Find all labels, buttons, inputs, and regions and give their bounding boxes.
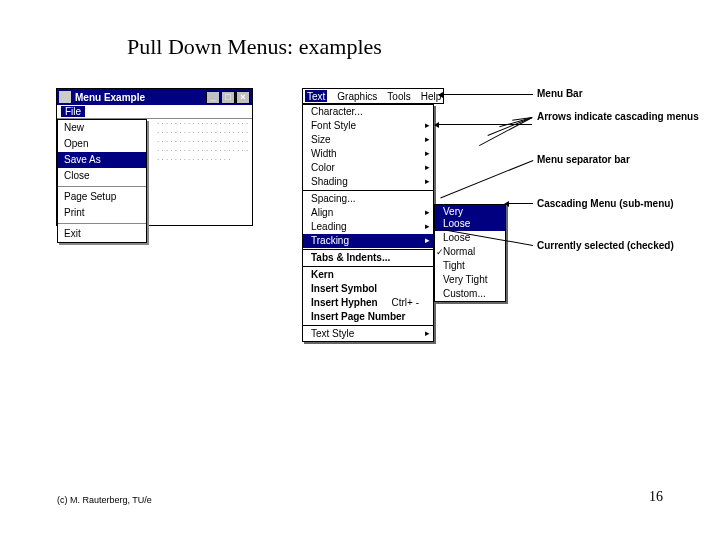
keyboard-shortcut: Ctrl+ - [392, 297, 420, 309]
submenu-item[interactable]: Custom... [435, 287, 505, 301]
app-icon [59, 91, 71, 103]
menu-separator [58, 223, 146, 224]
menu-item[interactable]: Character... [303, 105, 433, 119]
titlebar[interactable]: Menu Example _ □ × [57, 89, 252, 105]
slide-title: Pull Down Menus: examples [127, 34, 382, 60]
app-menubar[interactable]: Text Graphics Tools Help [302, 88, 444, 104]
annotation-cascading-arrows: Arrows indicate cascading menus [537, 111, 699, 122]
menu-item-tracking[interactable]: Tracking [303, 234, 433, 248]
file-menu-item[interactable]: New [58, 120, 146, 136]
annotation-separator: Menu separator bar [537, 154, 630, 165]
page-number: 16 [649, 489, 663, 505]
dotted-background: · · · · · · · · · · · · · · · · · · · · … [157, 119, 252, 225]
menu-item-label: Tabs & Indents... [311, 252, 390, 263]
menu-item[interactable]: Color [303, 161, 433, 175]
submenu-item[interactable]: Very Tight [435, 273, 505, 287]
example-window: Menu Example _ □ × File New Open Save As… [56, 88, 253, 226]
menu-item[interactable]: Align [303, 206, 433, 220]
file-menu-item[interactable]: Print [58, 205, 146, 221]
menu-item-label: Insert Hyphen [311, 297, 378, 308]
menu-separator [303, 266, 433, 267]
submenu-item[interactable]: Tight [435, 259, 505, 273]
file-menu-item[interactable]: Page Setup [58, 189, 146, 205]
annotation-arrow [443, 94, 533, 95]
menu-item-label: Kern [311, 269, 334, 280]
minimize-button[interactable]: _ [206, 91, 220, 104]
annotation-arrow [479, 117, 532, 146]
menu-item[interactable]: Spacing... [303, 192, 433, 206]
file-menu-item[interactable]: Exit [58, 226, 146, 242]
menu-item[interactable]: Width [303, 147, 433, 161]
menu-item-label: Insert Page Number [311, 311, 405, 322]
maximize-button[interactable]: □ [221, 91, 235, 104]
text-menu: Character... Font Style Size Width Color… [302, 104, 434, 342]
submenu-item-selected[interactable]: Very Loose [435, 205, 505, 231]
menu-item[interactable]: Tabs & Indents... [303, 251, 433, 265]
menubar-item-graphics[interactable]: Graphics [337, 90, 377, 102]
annotation-arrow [440, 160, 533, 198]
menu-item[interactable]: Insert Page Number [303, 310, 433, 324]
menubar-item-tools[interactable]: Tools [387, 90, 410, 102]
window-title: Menu Example [75, 92, 206, 103]
footer-copyright: (c) M. Rauterberg, TU/e [57, 495, 152, 505]
menu-item[interactable]: Size [303, 133, 433, 147]
annotation-submenu: Cascading Menu (sub-menu) [537, 198, 674, 209]
annotation-menu-bar: Menu Bar [537, 88, 583, 99]
file-menu: New Open Save As Close Page Setup Print … [57, 119, 147, 243]
menu-separator [303, 190, 433, 191]
menu-separator [303, 249, 433, 250]
menubar-item-text[interactable]: Text [305, 90, 327, 102]
menu-separator [303, 325, 433, 326]
menu-item[interactable]: Insert Symbol [303, 282, 433, 296]
annotation-arrow [509, 203, 533, 204]
tracking-submenu: Very Loose Loose Normal Tight Very Tight… [434, 204, 506, 302]
menu-item[interactable]: Insert HyphenCtrl+ - [303, 296, 433, 310]
menu-item[interactable]: Kern [303, 268, 433, 282]
window-menubar[interactable]: File [57, 105, 252, 119]
file-menu-item[interactable]: Open [58, 136, 146, 152]
menu-item-label: Insert Symbol [311, 283, 377, 294]
menu-item[interactable]: Font Style [303, 119, 433, 133]
menu-item[interactable]: Leading [303, 220, 433, 234]
annotation-checked: Currently selected (checked) [537, 240, 674, 251]
close-button[interactable]: × [236, 91, 250, 104]
menu-item[interactable]: Text Style [303, 327, 433, 341]
file-menu-item[interactable]: Close [58, 168, 146, 184]
menu-separator [58, 186, 146, 187]
file-menu-item-selected[interactable]: Save As [58, 152, 146, 168]
file-menu-label[interactable]: File [61, 106, 85, 117]
submenu-item-checked[interactable]: Normal [435, 245, 505, 259]
menu-item[interactable]: Shading [303, 175, 433, 189]
